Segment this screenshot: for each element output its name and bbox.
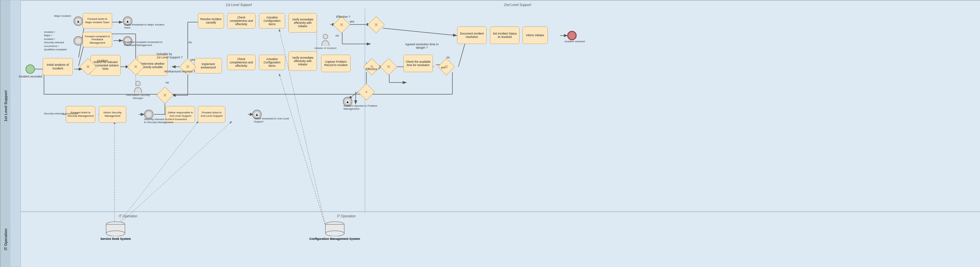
label-qualified-complaint: Incident /Major /Incident /Security rele…: [44, 30, 67, 51]
label-problem-mgmt: Incident reported to Problem Management: [344, 104, 384, 111]
label-solvable-yes: yes: [191, 58, 195, 62]
svg-point-62: [323, 34, 328, 39]
gateway-g2[interactable]: ✕: [130, 61, 142, 73]
task-initial-analysis[interactable]: Initial analysis of Incident: [43, 58, 73, 76]
event-qualified-complaint: [73, 36, 83, 46]
person-security-manager: Information Security Manager: [125, 81, 151, 100]
task-resolve-causally[interactable]: Resolve Incident causally: [198, 13, 224, 28]
label-solvable-no-up: no: [188, 41, 192, 44]
task-forward-feedback[interactable]: Forward complaint to Feedback Management: [83, 32, 112, 47]
task-actualize-config-mid[interactable]: Actualize Configuration Items: [259, 55, 285, 70]
label-ticket-feedback: Qualified complaint forwarded to Feedbac…: [124, 41, 171, 47]
label-g8-no: no: [446, 56, 450, 59]
task-check-completeness-top[interactable]: Check completeness and effectivity: [227, 13, 256, 28]
label-incident-resolved: Incident resolved: [565, 40, 585, 43]
lane-label-1st-support: 1st Level Support: [0, 0, 10, 212]
task-check-time[interactable]: Check the available time for resolution: [403, 55, 433, 72]
event-major-incident: ▲: [73, 16, 83, 26]
label-security-occurrence: Security relevant occurrence: [44, 112, 78, 115]
label-agreed-time: Agreed resolution time in danger ?: [402, 43, 442, 49]
database-service-desk: Service Desk System: [100, 221, 131, 240]
task-check-completeness-mid[interactable]: Check completeness and effectivity: [227, 55, 256, 70]
task-capture-problem[interactable]: Capture Problem Record to Incident: [321, 55, 351, 72]
label-security-relevant: Security relevant incident forwarded to …: [144, 118, 188, 124]
task-forward-2nd[interactable]: Forward ticket to 2nd Level Support: [198, 106, 225, 123]
task-inform-security[interactable]: Inform Security Management: [99, 106, 126, 123]
diagram-container: 1st Level Support IT Operation 1st Level…: [0, 0, 980, 267]
gateway-g10[interactable]: ✕: [370, 19, 382, 31]
sublane-1st-level: 1st Level Support: [121, 3, 356, 7]
label-solvable-label: Solvable by1st Level Support ?: [156, 52, 183, 59]
task-actualize-config-top[interactable]: Actualize Configuration Items: [259, 13, 285, 28]
label-workaround-label: Workaround required ?: [164, 70, 195, 73]
sublane-2nd-level: 2nd Level Support: [366, 3, 669, 7]
svg-point-68: [325, 231, 344, 236]
event-end: [567, 31, 577, 40]
label-yes-top: yes: [350, 20, 354, 23]
sublane-it-op-left: IT Operation: [44, 214, 212, 218]
label-ticket-major: Ticket forwarded to Major Incident Team: [124, 23, 168, 29]
person-initiator: Initiator of Incident: [312, 34, 339, 50]
task-forward-major[interactable]: Forward ticket to Major Incident Team: [83, 13, 112, 28]
label-major-incident: Major Incident: [54, 14, 71, 17]
task-verify-mid[interactable]: Verify immediate effectivity with Initia…: [288, 51, 317, 71]
label-no-workaround: no: [165, 81, 169, 84]
label-2nd-level-ticket: Ticket forwarded to 2nd Level Support: [254, 117, 294, 123]
lane-label-it-operation: IT Operation: [0, 212, 10, 267]
gateway-g6[interactable]: ✕: [366, 61, 378, 73]
svg-point-61: [136, 81, 140, 86]
task-document-resolution[interactable]: Document Incident resolution: [457, 27, 487, 44]
gateway-g5[interactable]: ✕: [336, 19, 348, 31]
event-start: [25, 65, 35, 74]
gateway-g7[interactable]: ✕: [383, 61, 395, 73]
label-no-top: no: [336, 34, 339, 37]
database-config-mgmt: Configuration Management System: [309, 221, 360, 240]
task-inform-initiator[interactable]: Inform Initiator: [523, 27, 548, 44]
lane-it-operation-bg: [21, 212, 980, 267]
gateway-g4[interactable]: ✕: [159, 89, 171, 101]
divider-1st-2nd: [365, 9, 365, 213]
sublane-it-op-right: IT Operation: [245, 214, 447, 218]
label-incident: Incident: [97, 59, 108, 62]
label-effective-top: Effective ?: [336, 15, 350, 19]
label-incident-recorded: Incident recorded: [19, 75, 42, 78]
task-implement-workaround[interactable]: Implement workaround: [194, 58, 222, 73]
task-set-status[interactable]: Set Incident Status to resolved: [490, 27, 520, 44]
gateway-g9[interactable]: +: [360, 86, 372, 98]
gateway-g1[interactable]: ✕: [82, 61, 94, 73]
svg-point-65: [106, 231, 125, 236]
task-verify-top[interactable]: Verify immediate effectivity with Initia…: [288, 13, 317, 33]
